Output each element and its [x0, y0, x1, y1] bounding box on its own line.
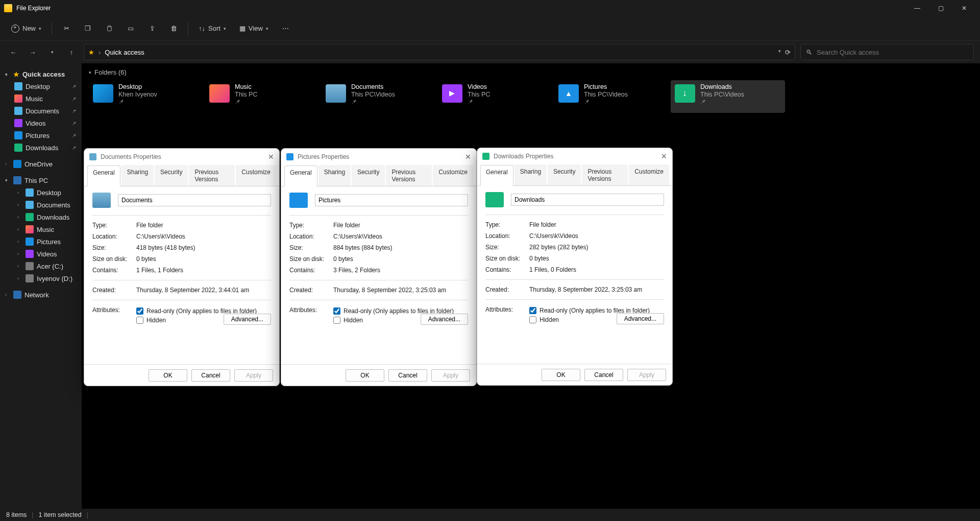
tab-sharing[interactable]: Sharing [514, 164, 547, 185]
up-button[interactable]: ↑ [64, 45, 79, 59]
tab-customize[interactable]: Customize [629, 164, 669, 185]
cancel-button[interactable]: Cancel [191, 369, 230, 382]
forward-button[interactable]: → [26, 45, 40, 59]
tab-security[interactable]: Security [548, 164, 581, 185]
tab-previous-versions[interactable]: Previous Versions [386, 165, 432, 186]
nav-quick-access[interactable]: ▾★Quick access [2, 68, 80, 80]
folder-item-music[interactable]: MusicThis PC📌︎ [205, 80, 320, 113]
apply-button[interactable]: Apply [627, 369, 666, 381]
readonly-checkbox[interactable] [136, 307, 143, 315]
tab-sharing[interactable]: Sharing [121, 165, 154, 186]
tab-security[interactable]: Security [352, 165, 385, 186]
advanced-button[interactable]: Advanced... [617, 313, 664, 324]
nav-music[interactable]: Music📌︎ [2, 92, 80, 105]
name-field[interactable] [511, 194, 664, 206]
tab-customize[interactable]: Customize [236, 165, 276, 186]
dialog-titlebar[interactable]: Pictures Properties ✕ [281, 149, 476, 165]
back-button[interactable]: ← [6, 45, 20, 59]
cancel-button[interactable]: Cancel [388, 369, 427, 382]
tab-general[interactable]: General [480, 165, 513, 186]
minimize-button[interactable]: — [905, 0, 929, 16]
chevron-down-icon: ▾ [224, 26, 226, 31]
cancel-button[interactable]: Cancel [584, 369, 623, 381]
tab-general[interactable]: General [284, 165, 317, 186]
nav-pc-videos[interactable]: ›Videos [2, 248, 80, 260]
share-button[interactable]: ⇪ [143, 21, 161, 35]
breadcrumb[interactable]: Quick access [105, 49, 144, 56]
nav-thispc[interactable]: ▾This PC [2, 174, 80, 186]
close-icon[interactable]: ✕ [661, 152, 667, 160]
nav-drive-d[interactable]: ›Ivyenov (D:) [2, 272, 80, 285]
nav-downloads[interactable]: Downloads📌︎ [2, 141, 80, 154]
dialog-titlebar[interactable]: Documents Properties ✕ [84, 149, 279, 165]
nav-pictures[interactable]: Pictures📌︎ [2, 129, 80, 141]
tab-sharing[interactable]: Sharing [318, 165, 351, 186]
tab-previous-versions[interactable]: Previous Versions [582, 164, 628, 185]
close-icon[interactable]: ✕ [465, 153, 471, 161]
readonly-checkbox[interactable] [333, 307, 340, 315]
label-attributes: Attributes: [485, 306, 529, 324]
nav-desktop[interactable]: Desktop📌︎ [2, 80, 80, 92]
nav-videos[interactable]: Videos📌︎ [2, 117, 80, 129]
name-field[interactable] [315, 194, 468, 206]
delete-button[interactable]: 🗑︎ [164, 21, 183, 35]
readonly-checkbox[interactable] [529, 307, 536, 314]
folder-item-pictures[interactable]: PicturesThis PC\Videos📌︎ [554, 80, 669, 113]
rename-button[interactable]: ▭ [121, 21, 140, 35]
folder-item-desktop[interactable]: DesktopKhen Ivyenov📌︎ [89, 80, 203, 113]
nav-pc-documents[interactable]: ›Documents [2, 199, 80, 211]
value-created: Thursday, 8 September 2022, 3:25:03 am [333, 287, 468, 294]
apply-button[interactable]: Apply [431, 369, 470, 382]
nav-onedrive[interactable]: ›OneDrive [2, 158, 80, 170]
folder-item-videos[interactable]: VideosThis PC📌︎ [438, 80, 552, 113]
nav-network[interactable]: ›Network [2, 289, 80, 301]
nav-pc-downloads[interactable]: ›Downloads [2, 211, 80, 223]
paste-button[interactable]: 📋︎ [100, 21, 118, 35]
nav-documents[interactable]: Documents📌︎ [2, 105, 80, 117]
address-field[interactable]: ★ › Quick access ▾ ⟳ [84, 44, 795, 60]
ok-button[interactable]: OK [149, 369, 187, 382]
nav-pc-music[interactable]: ›Music [2, 223, 80, 235]
tab-customize[interactable]: Customize [433, 165, 473, 186]
chevron-down-icon: ▾ [39, 26, 41, 31]
hidden-checkbox[interactable] [136, 317, 143, 324]
ok-button[interactable]: OK [542, 369, 580, 381]
recent-button[interactable]: ▾ [45, 45, 59, 59]
folder-item-documents[interactable]: DocumentsThis PC\Videos📌︎ [322, 80, 436, 113]
close-icon[interactable]: ✕ [268, 153, 274, 161]
advanced-button[interactable]: Advanced... [224, 314, 271, 325]
nav-label: Music [26, 95, 43, 103]
nav-pc-desktop[interactable]: ›Desktop [2, 186, 80, 199]
refresh-button[interactable]: ⟳ [785, 49, 791, 56]
divider [92, 280, 271, 280]
group-header[interactable]: ▾Folders (6) [89, 68, 973, 76]
view-button[interactable]: ▦View▾ [234, 21, 274, 35]
tab-security[interactable]: Security [155, 165, 188, 186]
hidden-checkbox[interactable] [333, 317, 340, 324]
nav-label: Videos [26, 120, 46, 127]
chevron-down-icon[interactable]: ▾ [778, 49, 781, 56]
hidden-checkbox[interactable] [529, 316, 536, 323]
dialog-titlebar[interactable]: Downloads Properties ✕ [477, 148, 672, 164]
tab-general[interactable]: General [87, 165, 120, 186]
nav-drive-c[interactable]: ›Acer (C:) [2, 260, 80, 272]
copy-button[interactable]: ❐ [79, 21, 97, 35]
sort-button[interactable]: ↑↓Sort▾ [193, 21, 231, 35]
name-field[interactable] [118, 194, 271, 206]
folder-item-downloads[interactable]: DownloadsThis PC\Videos📌︎ [671, 80, 785, 113]
tab-previous-versions[interactable]: Previous Versions [189, 165, 235, 186]
search-box[interactable]: 🔍︎ [800, 44, 974, 60]
new-button[interactable]: New▾ [6, 21, 46, 36]
close-button[interactable]: ✕ [952, 0, 976, 16]
folder-name: Music [235, 83, 257, 90]
search-input[interactable] [817, 49, 968, 56]
ok-button[interactable]: OK [346, 369, 384, 382]
maximize-button[interactable]: ▢ [929, 0, 952, 16]
apply-button[interactable]: Apply [234, 369, 273, 382]
nav-pc-pictures[interactable]: ›Pictures [2, 235, 80, 248]
value-sizeondisk: 0 bytes [136, 255, 271, 263]
cut-button[interactable]: ✂ [57, 21, 76, 35]
chevron-right-icon: › [5, 161, 10, 167]
more-button[interactable]: ⋯ [277, 21, 295, 35]
advanced-button[interactable]: Advanced... [421, 314, 468, 325]
